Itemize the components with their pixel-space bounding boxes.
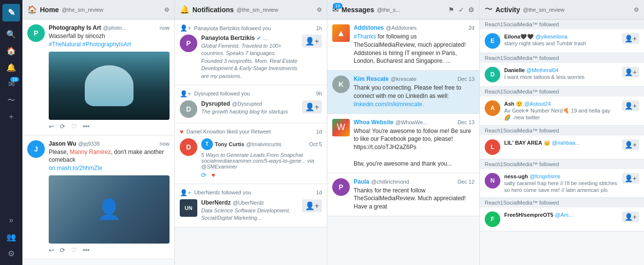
like-icon[interactable]: ♡ — [71, 123, 77, 130]
tweet-item: P Photography Is Art @photo... now Wasse… — [22, 19, 174, 135]
notif-body: P Panayiota Bertzikis ✔ ... Global Femin… — [180, 35, 322, 80]
msg-time: Dec 12 — [457, 179, 474, 185]
tweet-image — [49, 52, 170, 120]
tweet-header: Photography Is Art @photo... now — [49, 24, 170, 31]
sidebar-item-add[interactable]: + — [2, 109, 20, 125]
act-handle: @yikeseilona — [535, 34, 568, 39]
sidebar-item-messages[interactable]: ✉ 19 — [2, 76, 20, 92]
activity-settings-icon[interactable]: ⚙ — [634, 6, 639, 13]
follow-button[interactable]: 👤+ — [302, 100, 322, 114]
retweet-icon[interactable]: ⟳ — [60, 123, 65, 130]
sidebar-item-users[interactable]: 👥 — [2, 229, 20, 245]
tweeter-handle: @tmalvincurtis — [246, 141, 281, 147]
notif-name: Panayiota Bertzikis — [201, 35, 255, 41]
activity-account: @the_sm_review — [523, 7, 565, 13]
tweet-link[interactable]: on.mash.to/2hhmZIe — [49, 165, 102, 171]
sidebar-item-home[interactable]: 🏠 — [2, 43, 20, 58]
act-body: Danielle @Metheral04 I want more tattoos… — [504, 67, 618, 80]
notif-handle: ... — [263, 35, 267, 41]
notif-name-row: Panayiota Bertzikis ✔ ... — [201, 35, 298, 41]
message-item: ▲ Addstones @Addstones 2d #Thanks for fo… — [327, 19, 479, 71]
message-item: K Kim Rescate @krescate Dec 13 Thank you… — [327, 71, 479, 114]
like-filled-icon[interactable]: ♥ — [211, 171, 215, 179]
msg-body: Paula @chillirichmond Dec 12 Thanks for … — [354, 178, 474, 211]
messages-flag-icon[interactable]: ⚑ — [448, 6, 455, 14]
messages-settings-icon[interactable]: ⚙ — [468, 6, 474, 14]
sidebar-item-expand[interactable]: » — [2, 212, 20, 228]
home-icon: 🏠 — [27, 5, 37, 14]
like-icon: ♥ — [180, 128, 184, 135]
notifications-column: 🔔 Notifications @the_sm_review ⚙ 👤+ Pana… — [175, 0, 327, 265]
more-icon[interactable]: ••• — [83, 246, 90, 254]
messages-account: @the_s... — [377, 7, 400, 13]
notif-action-text: Dysrupted followed you — [194, 91, 313, 96]
activity-item: L LIL' BAY AREA 👑 @riahbaa... 👤+ — [480, 135, 644, 159]
activity-item: D Danielle @Metheral04 I want more tatto… — [480, 63, 644, 87]
follow-button[interactable]: 👤+ — [622, 211, 639, 222]
act-body: ness-ugh @fcngirlisms salty caramel frap… — [504, 173, 618, 194]
message-item: P Paula @chillirichmond Dec 12 Thanks fo… — [327, 173, 479, 216]
notif-tweeter-row: T Tony Curtis @tmalvincurtis Oct 5 — [201, 138, 322, 150]
notif-person-info: Dysrupted @Dysrupted The growth hacking … — [201, 100, 298, 118]
follow-button[interactable]: 👤+ — [622, 139, 639, 150]
activity-item: A Ash 🙂 @Astout24 Av Geek✈ Number Nerd🍕 … — [480, 96, 644, 126]
notif-header: 👤+ Dysrupted followed you 9h — [180, 90, 322, 97]
activity-header-actions: ⚙ — [634, 6, 639, 13]
home-title: Home — [40, 6, 59, 14]
msg-text: Thank you connecting. Please feel free t… — [354, 84, 474, 108]
tweet-hashtag: #TheNatural #PhotographyIsArt — [49, 41, 131, 48]
follow-button[interactable]: 👤+ — [622, 173, 639, 184]
tweet-handle: @jq9339 — [78, 141, 99, 147]
reply-icon[interactable]: ↩ — [49, 246, 54, 254]
notification-item: 👤+ Panayiota Bertzikis followed you 1h P… — [175, 19, 327, 85]
app-logo[interactable]: ✎ — [2, 4, 20, 21]
act-handle: @riahbaa... — [552, 140, 580, 146]
notif-handle: @Dysrupted — [232, 101, 262, 107]
activity-follow-label: Reach1SocialMedia™ followed — [480, 87, 644, 96]
avatar: K — [332, 76, 350, 93]
act-body: Free5H/sempreOT5 @Am... — [504, 211, 618, 218]
act-name: Ash 🙂 — [504, 101, 523, 107]
tweet-header: Jason Wu @jq9339 now — [49, 140, 170, 147]
follow-button[interactable]: 👤+ — [622, 67, 639, 77]
messages-badge: 19 — [333, 3, 342, 9]
follow-icon: 👤+ — [180, 90, 191, 97]
sidebar: ✎ 🔍 🏠 🔔 ✉ 19 〜 + » 👥 ⚙ — [0, 0, 22, 265]
msg-link[interactable]: linkedin.com/in/kimrescate. — [354, 101, 424, 108]
sidebar-item-settings[interactable]: ⚙ — [2, 246, 20, 261]
act-name-row: Danielle @Metheral04 — [504, 67, 618, 74]
activity-item: N ness-ugh @fcngirlisms salty caramel fr… — [480, 169, 644, 198]
follow-icon: 👤+ — [180, 24, 191, 32]
follow-button[interactable]: 👤+ — [302, 199, 322, 212]
like-icon[interactable]: ♡ — [71, 246, 77, 254]
notification-item: 👤+ UberNerdz followed you 1d UN UberNerd… — [175, 184, 327, 227]
reply-icon[interactable]: ↩ — [49, 123, 54, 130]
retweet-icon[interactable]: ⟳ — [60, 246, 65, 254]
notifications-settings-icon[interactable]: ⚙ — [317, 6, 322, 13]
act-name: Eilona🖤🖤 — [504, 34, 534, 39]
msg-sender-name: Addstones — [354, 24, 384, 31]
notif-action-text: UberNerdz followed you — [194, 189, 313, 195]
home-column-header: 🏠 Home @the_sm_review ⚙ — [22, 0, 174, 19]
home-account: @the_sm_review — [62, 7, 103, 13]
more-icon[interactable]: ••• — [83, 123, 90, 130]
sidebar-item-activity[interactable]: 〜 — [2, 93, 20, 108]
retweet-icon[interactable]: ⟳ — [201, 171, 207, 179]
messages-check-icon[interactable]: ✓ — [458, 6, 464, 14]
tweet-date: Oct 5 — [309, 141, 322, 147]
notif-name: Dysrupted — [201, 100, 230, 107]
tweet-item: J Jason Wu @jq9339 now Please, Manny Ram… — [22, 135, 174, 259]
follow-button[interactable]: 👤+ — [302, 35, 322, 48]
home-settings-icon[interactable]: ⚙ — [164, 6, 170, 13]
act-handle: @Am... — [555, 212, 573, 218]
notif-tweet-text: 5 Ways to Generate Leads From Snapchat s… — [201, 152, 322, 170]
follow-button[interactable]: 👤+ — [622, 33, 639, 44]
notif-bio: The growth hacking blog for startups — [201, 108, 298, 115]
avatar: A — [485, 100, 500, 116]
follow-button[interactable]: 👤+ — [622, 100, 639, 111]
messages-header-actions: ⚑ ✓ ⚙ — [448, 6, 474, 14]
sidebar-item-notifications[interactable]: 🔔 — [2, 59, 20, 75]
activity-follow-label: Reach1SocialMedia™ followed — [480, 198, 644, 208]
activity-follow-label: Reach1SocialMedia™ followed — [480, 159, 644, 169]
sidebar-item-search[interactable]: 🔍 — [2, 26, 20, 42]
